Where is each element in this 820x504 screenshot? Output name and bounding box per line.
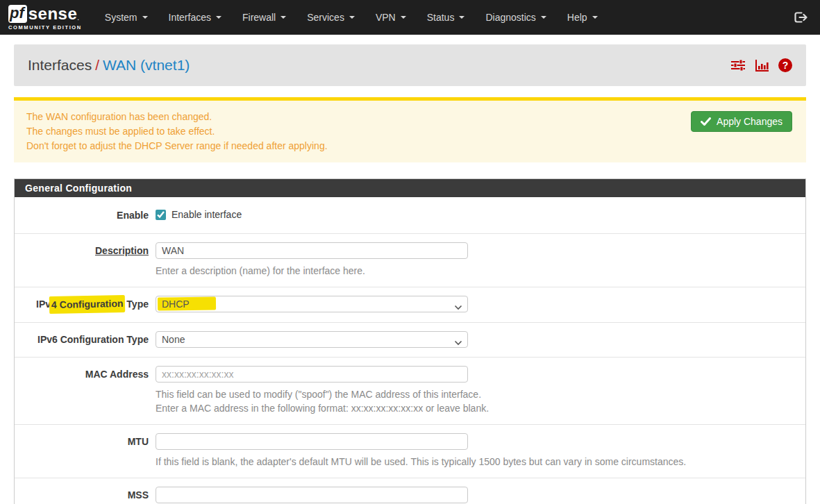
nav-item-interfaces[interactable]: Interfaces	[158, 0, 232, 35]
form-row-enable: Enable Enable interface	[15, 197, 805, 234]
pfsense-logo[interactable]: pf sense . COMMUNITY EDITION	[8, 5, 82, 31]
nav-item-status[interactable]: Status	[417, 0, 476, 35]
pfsense-logo-pf: pf	[8, 5, 27, 23]
mtu-input[interactable]	[156, 433, 468, 450]
mac-address-help-2: Enter a MAC address in the following for…	[156, 401, 795, 415]
breadcrumb-actions: ?	[730, 58, 792, 72]
nav-item-diagnostics[interactable]: Diagnostics	[475, 0, 556, 35]
caret-down-icon	[592, 16, 598, 19]
general-configuration-panel: General Configuration Enable Enable inte…	[14, 178, 806, 504]
nav-item-label: System	[105, 12, 137, 23]
form-row-mss: MSS If a value is entered in this field,…	[15, 478, 805, 504]
enable-interface-checkbox[interactable]	[156, 210, 166, 220]
caret-down-icon	[459, 16, 465, 19]
pfsense-logo-dot: .	[77, 15, 79, 22]
nav-item-label: Services	[307, 12, 344, 23]
nav-item-system[interactable]: System	[94, 0, 158, 35]
description-help: Enter a description (name) for the inter…	[156, 264, 795, 278]
breadcrumb-page-link[interactable]: WAN (vtnet1)	[103, 57, 190, 73]
status-chart-bar-icon[interactable]	[755, 59, 769, 72]
ipv4-label-suffix: Type	[124, 299, 149, 310]
mss-label: MSS	[15, 487, 156, 504]
help-question-glyph: ?	[783, 60, 789, 71]
form-row-ipv4-type: IPv4 Configuration Type DHCP	[15, 287, 805, 323]
ipv4-label-highlight: 4 Configuration	[49, 295, 126, 314]
breadcrumb-separator: /	[92, 57, 103, 73]
nav-item-label: VPN	[376, 12, 396, 23]
nav-item-label: Diagnostics	[485, 12, 535, 23]
nav-item-services[interactable]: Services	[296, 0, 365, 35]
nav-item-vpn[interactable]: VPN	[365, 0, 417, 35]
enable-label: Enable	[15, 207, 156, 224]
pfsense-logo-edition: COMMUNITY EDITION	[8, 25, 82, 31]
form-row-ipv6-type: IPv6 Configuration Type None	[15, 323, 805, 358]
pfsense-logo-wordmark: pf sense .	[8, 5, 82, 23]
mac-address-help-1: This field can be used to modify ("spoof…	[156, 387, 795, 401]
enable-interface-checkbox-label[interactable]: Enable interface	[171, 209, 242, 220]
mss-input[interactable]	[156, 487, 468, 503]
mtu-help: If this field is blank, the adapter's de…	[156, 455, 795, 469]
ipv6-configuration-type-select[interactable]: None	[156, 331, 468, 348]
help-question-icon[interactable]: ?	[778, 58, 792, 72]
mac-address-label: MAC Address	[15, 366, 156, 415]
mac-address-input[interactable]	[156, 366, 468, 383]
caret-down-icon	[541, 16, 546, 19]
caret-down-icon	[281, 16, 286, 19]
apply-changes-alert: The WAN configuration has been changed. …	[14, 97, 806, 162]
breadcrumb-bar: Interfaces/WAN (vtnet1)	[14, 44, 806, 86]
breadcrumb-section: Interfaces	[28, 57, 92, 73]
alert-line-3: Don't forget to adjust the DHCP Server r…	[26, 139, 691, 153]
form-row-description: Description Enter a description (name) f…	[15, 234, 805, 287]
ipv6-type-label: IPv6 Configuration Type	[15, 331, 156, 348]
ipv4-type-label: IPv4 Configuration Type	[15, 296, 156, 313]
apply-changes-label: Apply Changes	[717, 116, 783, 127]
mtu-label: MTU	[15, 433, 156, 469]
nav-item-label: Firewall	[242, 12, 276, 23]
breadcrumb: Interfaces/WAN (vtnet1)	[28, 57, 190, 74]
nav-item-label: Help	[567, 12, 587, 23]
nav-item-label: Interfaces	[169, 12, 211, 23]
nav-item-help[interactable]: Help	[557, 0, 608, 35]
pfsense-logo-sense: sense	[28, 6, 78, 22]
navbar-menu: System Interfaces Firewall Services VPN …	[94, 0, 793, 35]
apply-changes-button[interactable]: Apply Changes	[691, 111, 792, 132]
caret-down-icon	[142, 16, 148, 19]
description-label: Description	[95, 245, 149, 256]
caret-down-icon	[349, 16, 355, 19]
nav-item-label: Status	[427, 12, 455, 23]
form-row-mtu: MTU If this field is blank, the adapter'…	[15, 425, 805, 478]
top-navbar: pf sense . COMMUNITY EDITION System Inte…	[0, 0, 820, 35]
panel-title: General Configuration	[15, 179, 805, 197]
form-row-mac-address: MAC Address This field can be used to mo…	[15, 358, 805, 425]
alert-line-2: The changes must be applied to take effe…	[26, 124, 691, 139]
related-settings-sliders-icon[interactable]	[730, 59, 746, 72]
alert-message: The WAN configuration has been changed. …	[26, 110, 691, 153]
check-icon	[701, 117, 711, 126]
caret-down-icon	[401, 16, 406, 19]
nav-item-firewall[interactable]: Firewall	[232, 0, 296, 35]
alert-line-1: The WAN configuration has been changed.	[26, 110, 691, 124]
sign-out-icon[interactable]	[793, 10, 808, 24]
description-input[interactable]	[156, 242, 468, 259]
caret-down-icon	[216, 16, 221, 19]
ipv4-configuration-type-select[interactable]: DHCP	[156, 296, 468, 312]
